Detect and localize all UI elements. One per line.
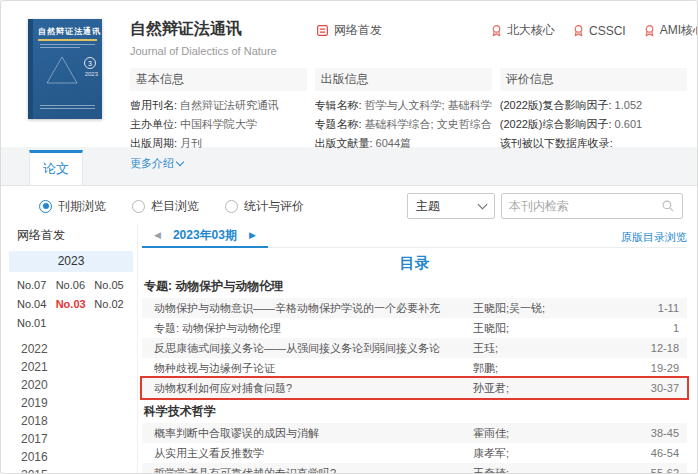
tab-papers[interactable]: 论文 — [29, 150, 83, 185]
current-issue-label[interactable]: 2023年03期 — [173, 227, 237, 244]
article-pages: 1 — [633, 322, 679, 334]
journal-cover-image[interactable]: 自然辩证法通讯 3 2023 — [28, 19, 102, 119]
article-row[interactable]: 反思康德式间接义务论——从强间接义务论到弱间接义务论 王珏; 12-18 — [142, 338, 687, 358]
article-row[interactable]: 哲学学者具有可靠优越的专识直觉吗? 王奇琦; 55-62 — [142, 463, 687, 474]
cover-decor-line — [40, 105, 95, 106]
article-title[interactable]: 哲学学者具有可靠优越的专识直觉吗? — [154, 466, 473, 474]
filter-selected-value: 主题 — [416, 198, 440, 215]
year-2017[interactable]: 2017 — [21, 430, 137, 448]
info-value: 月刊 — [180, 137, 202, 149]
issue-no05[interactable]: No.05 — [94, 276, 133, 295]
cover-year: 2023 — [85, 71, 98, 77]
basic-info-column: 基本信息 曾用刊名:自然辩证法研究通讯 主办单位:中国科学院大学 出版周期:月刊… — [130, 68, 307, 171]
issue-no04[interactable]: No.04 — [17, 295, 56, 314]
year-2016[interactable]: 2016 — [21, 448, 137, 466]
article-authors[interactable]: 王奇琦; — [473, 466, 633, 474]
article-title[interactable]: 物种歧视与边缘例子论证 — [154, 361, 473, 376]
search-input[interactable] — [509, 199, 661, 213]
toc-section-sci-tech-philosophy: 科学技术哲学 概率判断中合取谬误的成因与消解 霍雨佳; 38-45 从实用主义看… — [142, 403, 687, 474]
publish-info-column: 出版信息 专辑名称:哲学与人文科学; 基础科学 专题名称:基础科学综合; 文史哲… — [315, 68, 492, 171]
article-title[interactable]: 反思康德式间接义务论——从强间接义务论到弱间接义务论 — [154, 341, 473, 356]
article-authors[interactable]: 郭鹏; — [473, 361, 633, 376]
radio-issue-browse[interactable]: 刊期浏览 — [39, 198, 106, 215]
article-title[interactable]: 动物保护与动物意识——辛格动物保护学说的一个必要补充 — [154, 301, 473, 316]
info-value: 6044篇 — [376, 137, 411, 149]
journal-header: 自然辩证法通讯 3 2023 自然辩证法通讯 Journal of Dialec… — [1, 1, 697, 147]
issue-no01[interactable]: No.01 — [17, 314, 56, 333]
article-row[interactable]: 概率判断中合取谬误的成因与消解 霍雨佳; 38-45 — [142, 423, 687, 443]
journal-title-en: Journal of Dialectics of Nature — [130, 45, 687, 57]
sidebar-online-first[interactable]: 网络首发 — [9, 224, 137, 251]
info-row: 专辑名称:哲学与人文科学; 基础科学 — [315, 96, 492, 115]
article-title[interactable]: 概率判断中合取谬误的成因与消解 — [154, 426, 473, 441]
issue-no03-active[interactable]: No.03 — [56, 295, 95, 314]
radio-stats-eval[interactable]: 统计与评价 — [225, 198, 304, 215]
info-row: 出版周期:月刊 — [130, 134, 307, 153]
cover-title: 自然辩证法通讯 — [33, 19, 102, 39]
info-label: (2022版)综合影响因子: — [500, 118, 612, 130]
badge-pku-core[interactable]: 北大核心 — [490, 22, 555, 39]
radio-label: 栏目浏览 — [151, 198, 199, 215]
info-value: 基础科学综合; 文史哲综合 — [365, 118, 492, 130]
article-row[interactable]: 动物保护与动物意识——辛格动物保护学说的一个必要补充 王晓阳;吴一锐; 1-11 — [142, 298, 687, 318]
issue-grid: No.07 No.06 No.05 No.04 No.03 No.02 No.0… — [9, 272, 133, 336]
article-title[interactable]: 从实用主义看反推数学 — [154, 446, 473, 461]
issue-no07[interactable]: No.07 — [17, 276, 56, 295]
radio-selected-icon — [39, 200, 52, 213]
info-row: 主办单位:中国科学院大学 — [130, 115, 307, 134]
article-authors[interactable]: 王晓阳;吴一锐; — [473, 301, 633, 316]
article-authors[interactable]: 王珏; — [473, 341, 633, 356]
info-row: (2022版)综合影响因子:0.601 — [500, 115, 687, 134]
next-issue-arrow[interactable]: ▶ — [249, 230, 256, 240]
year-2015[interactable]: 2015 — [21, 466, 137, 474]
article-authors[interactable]: 孙亚君; — [473, 381, 633, 396]
online-first-badge[interactable]: 网络首发 — [316, 22, 382, 39]
info-label: 曾用刊名: — [130, 99, 177, 111]
header-main: 自然辩证法通讯 Journal of Dialectics of Nature … — [130, 19, 687, 147]
eval-info-title: 评价信息 — [500, 68, 687, 91]
article-title[interactable]: 动物权利如何应对捕食问题? — [154, 381, 473, 396]
article-row-highlighted[interactable]: 动物权利如何应对捕食问题? 孙亚君; 30-37 — [142, 378, 687, 398]
year-2022[interactable]: 2022 — [21, 340, 137, 358]
more-intro-link[interactable]: 更多介绍 — [130, 156, 183, 171]
year-header-2023[interactable]: 2023 — [9, 251, 133, 272]
article-pages: 19-29 — [633, 362, 679, 374]
badge-ami-core[interactable]: AMI核心 — [643, 22, 698, 39]
search-icon[interactable] — [661, 199, 675, 213]
original-toc-link[interactable]: 原版目录浏览 — [621, 230, 687, 245]
article-authors[interactable]: 王晓阳; — [473, 321, 633, 336]
year-2019[interactable]: 2019 — [21, 394, 137, 412]
toolbar: 刊期浏览 栏目浏览 统计与评价 主题 — [1, 186, 697, 224]
article-authors[interactable]: 康孝军; — [473, 446, 633, 461]
info-row: 该刊被以下数据库收录: — [500, 134, 687, 153]
year-list: 2022 2021 2020 2019 2018 2017 2016 2015 — [9, 336, 137, 474]
article-row[interactable]: 物种歧视与边缘例子论证 郭鹏; 19-29 — [142, 358, 687, 378]
subject-filter-select[interactable]: 主题 — [407, 193, 495, 219]
issue-no02[interactable]: No.02 — [94, 295, 133, 314]
issue-nav: ◀ 2023年03期 ▶ 原版目录浏览 — [142, 224, 687, 248]
badge-label: 北大核心 — [507, 22, 555, 39]
cover-decor-line — [40, 108, 95, 109]
year-2021[interactable]: 2021 — [21, 358, 137, 376]
info-row: 出版文献量:6044篇 — [315, 134, 492, 153]
publish-info-title: 出版信息 — [315, 68, 492, 91]
year-2020[interactable]: 2020 — [21, 376, 137, 394]
journal-page: 自然辩证法通讯 3 2023 自然辩证法通讯 Journal of Dialec… — [0, 0, 698, 474]
radio-column-browse[interactable]: 栏目浏览 — [132, 198, 199, 215]
year-2018[interactable]: 2018 — [21, 412, 137, 430]
info-value: 0.601 — [615, 118, 643, 130]
info-label: 该刊被以下数据库收录: — [500, 137, 613, 149]
cover-decor-line — [40, 44, 95, 45]
issue-no06[interactable]: No.06 — [56, 276, 95, 295]
radio-label: 统计与评价 — [244, 198, 304, 215]
content-card: 刊期浏览 栏目浏览 统计与评价 主题 — [1, 185, 697, 474]
badge-cssci[interactable]: CSSCI — [572, 22, 626, 39]
radio-unselected-icon — [225, 200, 238, 213]
article-row[interactable]: 专题: 动物保护与动物伦理 王晓阳; 1 — [142, 318, 687, 338]
article-authors[interactable]: 霍雨佳; — [473, 426, 633, 441]
article-title[interactable]: 专题: 动物保护与动物伦理 — [154, 321, 473, 336]
article-pages: 12-18 — [633, 342, 679, 354]
year-panel-2023: 2023 No.07 No.06 No.05 No.04 No.03 No.02… — [9, 251, 133, 336]
article-row[interactable]: 从实用主义看反推数学 康孝军; 46-54 — [142, 443, 687, 463]
prev-issue-arrow[interactable]: ◀ — [154, 230, 161, 240]
